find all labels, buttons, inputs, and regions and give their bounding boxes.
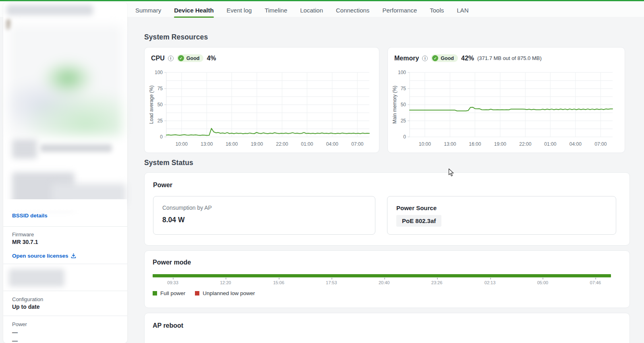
system-resources-title: System Resources bbox=[144, 33, 208, 41]
redacted-address-line bbox=[40, 144, 112, 152]
svg-text:10:00: 10:00 bbox=[176, 141, 188, 147]
svg-text:Load average (%): Load average (%) bbox=[149, 85, 154, 124]
power-mode-card: Power mode 09:3312:2015:0617:5320:4023:2… bbox=[144, 250, 630, 308]
firmware-value: MR 30.7.1 bbox=[12, 239, 38, 245]
timeline-tick-label: 17:53 bbox=[326, 280, 337, 285]
power-mode-title: Power mode bbox=[153, 259, 191, 266]
timeline-tick-label: 20:40 bbox=[379, 280, 390, 285]
svg-text:13:00: 13:00 bbox=[201, 141, 213, 147]
memory-card: Memory Good 42% (371.7 MB out of 875.0 M… bbox=[387, 47, 625, 153]
tab-performance[interactable]: Performance bbox=[382, 2, 417, 18]
device-sidebar: BSSID details Firmware MR 30.7.1 Open so… bbox=[3, 2, 127, 343]
svg-text:100: 100 bbox=[398, 70, 406, 75]
svg-text:13:00: 13:00 bbox=[444, 141, 456, 147]
legend-swatch bbox=[153, 291, 157, 295]
timeline-tick bbox=[331, 278, 332, 279]
bssid-details-link[interactable]: BSSID details bbox=[12, 213, 48, 219]
svg-text:25: 25 bbox=[157, 118, 163, 124]
timeline-tick-label: 07:46 bbox=[590, 280, 601, 285]
cpu-load-chart[interactable]: 025507510010:0013:0016:0019:0022:0001:00… bbox=[148, 70, 377, 149]
power-source-title: Power Source bbox=[396, 205, 437, 211]
timeline-tick bbox=[490, 278, 491, 279]
redacted-device-name bbox=[6, 5, 93, 15]
cpu-status-label: Good bbox=[186, 56, 200, 61]
ap-reboot-title: AP reboot bbox=[153, 322, 183, 329]
memory-usage-chart[interactable]: 025507510010:0013:0016:0019:0022:0001:00… bbox=[391, 70, 623, 149]
firmware-label: Firmware bbox=[12, 231, 34, 238]
consumption-box: Consumption by AP 8.04 W bbox=[153, 196, 375, 235]
svg-text:0: 0 bbox=[403, 134, 406, 140]
tab-timeline[interactable]: Timeline bbox=[265, 2, 287, 18]
redacted-tag-block bbox=[9, 269, 64, 287]
timeline-tick bbox=[226, 278, 226, 279]
configuration-label: Configuration bbox=[12, 296, 43, 302]
svg-text:04:00: 04:00 bbox=[326, 141, 338, 147]
svg-text:04:00: 04:00 bbox=[569, 141, 582, 147]
tab-device-health[interactable]: Device Health bbox=[174, 2, 213, 18]
svg-text:25: 25 bbox=[401, 118, 406, 124]
svg-text:01:00: 01:00 bbox=[544, 141, 556, 147]
svg-text:50: 50 bbox=[157, 102, 163, 107]
tab-lan[interactable]: LAN bbox=[457, 2, 468, 18]
open-source-licenses-label: Open source licenses bbox=[12, 253, 68, 259]
svg-text:07:00: 07:00 bbox=[594, 141, 607, 147]
memory-detail: (371.7 MB out of 875.0 MB) bbox=[477, 55, 542, 61]
tab-location[interactable]: Location bbox=[300, 2, 323, 18]
legend-swatch bbox=[195, 291, 199, 295]
power-status-card: Power Consumption by AP 8.04 W Power Sou… bbox=[144, 172, 630, 246]
cpu-info-icon[interactable] bbox=[168, 56, 174, 61]
svg-text:Main memory (%): Main memory (%) bbox=[392, 86, 398, 124]
memory-value: 42% bbox=[461, 55, 474, 62]
timeline-tick bbox=[279, 278, 280, 279]
svg-text:50: 50 bbox=[401, 102, 406, 107]
page: Summary Device Health Event log Timeline… bbox=[0, 0, 644, 343]
timeline-tick-label: 09:33 bbox=[167, 280, 178, 285]
timeline-tick bbox=[173, 278, 174, 279]
power-mode-legend: Full powerUnplanned low power bbox=[153, 290, 255, 296]
legend-label: Full power bbox=[160, 290, 185, 296]
power-value-1: — bbox=[12, 329, 18, 336]
memory-status-label: Good bbox=[441, 56, 454, 61]
svg-text:22:00: 22:00 bbox=[276, 141, 288, 147]
tab-connections[interactable]: Connections bbox=[336, 2, 369, 18]
bssid-details-label: BSSID details bbox=[12, 213, 48, 219]
svg-text:19:00: 19:00 bbox=[494, 141, 506, 147]
timeline-tick bbox=[543, 278, 543, 279]
mouse-cursor bbox=[448, 168, 454, 177]
tab-tools[interactable]: Tools bbox=[430, 2, 444, 18]
cpu-value: 4% bbox=[207, 55, 216, 62]
tab-summary[interactable]: Summary bbox=[135, 2, 161, 18]
redacted-status-chip bbox=[12, 139, 37, 159]
legend-item: Unplanned low power bbox=[195, 290, 255, 296]
svg-text:75: 75 bbox=[157, 86, 163, 91]
svg-text:19:00: 19:00 bbox=[251, 141, 263, 147]
check-icon bbox=[432, 55, 438, 61]
power-source-box: Power Source PoE 802.3af bbox=[387, 196, 616, 235]
sidebar-divider bbox=[3, 226, 127, 227]
legend-label: Unplanned low power bbox=[203, 290, 255, 296]
ap-reboot-card: AP reboot bbox=[144, 313, 630, 343]
redacted-device-photo bbox=[9, 25, 122, 136]
memory-status-badge: Good bbox=[431, 54, 458, 62]
configuration-value: Up to date bbox=[12, 304, 39, 310]
svg-text:16:00: 16:00 bbox=[226, 141, 238, 147]
svg-text:0: 0 bbox=[160, 134, 163, 140]
system-status-title: System Status bbox=[144, 159, 193, 167]
timeline-tick-label: 15:06 bbox=[273, 280, 284, 285]
memory-title: Memory bbox=[394, 55, 419, 62]
timeline-tick-label: 02:13 bbox=[485, 280, 496, 285]
timeline-tick-label: 05:00 bbox=[537, 280, 549, 285]
tab-event-log[interactable]: Event log bbox=[227, 2, 252, 18]
memory-info-icon[interactable] bbox=[422, 56, 428, 61]
legend-item: Full power bbox=[153, 290, 185, 296]
cpu-card: CPU Good 4% 025507510010:0013:0016:0019:… bbox=[144, 47, 379, 153]
cpu-status-badge: Good bbox=[177, 54, 204, 62]
consumption-label: Consumption by AP bbox=[162, 205, 212, 211]
timeline-tick bbox=[437, 278, 438, 279]
open-source-licenses-link[interactable]: Open source licenses bbox=[12, 253, 76, 259]
svg-text:75: 75 bbox=[401, 86, 406, 91]
power-mode-timeline-bar[interactable] bbox=[153, 274, 611, 277]
timeline-tick bbox=[384, 278, 385, 279]
sidebar-divider bbox=[3, 264, 127, 264]
tab-bar: Summary Device Health Event log Timeline… bbox=[135, 2, 468, 18]
